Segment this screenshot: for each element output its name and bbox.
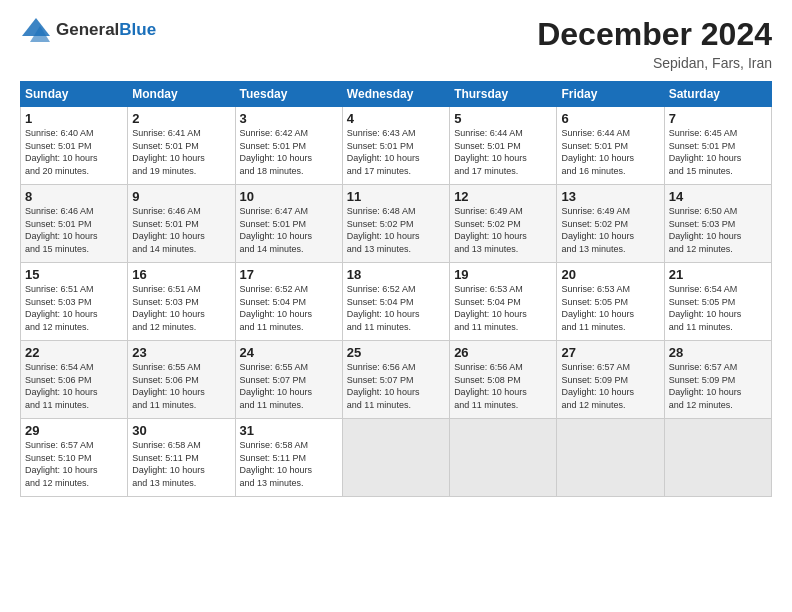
calendar-cell: 16Sunrise: 6:51 AM Sunset: 5:03 PM Dayli… [128,263,235,341]
logo-icon [20,16,52,44]
day-number: 27 [561,345,659,360]
day-info: Sunrise: 6:47 AM Sunset: 5:01 PM Dayligh… [240,205,338,255]
page: GeneralBlue December 2024 Sepidan, Fars,… [0,0,792,612]
day-header-tuesday: Tuesday [235,82,342,107]
day-info: Sunrise: 6:44 AM Sunset: 5:01 PM Dayligh… [561,127,659,177]
day-info: Sunrise: 6:54 AM Sunset: 5:05 PM Dayligh… [669,283,767,333]
calendar-cell: 21Sunrise: 6:54 AM Sunset: 5:05 PM Dayli… [664,263,771,341]
calendar-cell: 9Sunrise: 6:46 AM Sunset: 5:01 PM Daylig… [128,185,235,263]
day-number: 25 [347,345,445,360]
day-info: Sunrise: 6:58 AM Sunset: 5:11 PM Dayligh… [132,439,230,489]
day-number: 3 [240,111,338,126]
day-info: Sunrise: 6:46 AM Sunset: 5:01 PM Dayligh… [25,205,123,255]
day-info: Sunrise: 6:43 AM Sunset: 5:01 PM Dayligh… [347,127,445,177]
calendar-cell: 30Sunrise: 6:58 AM Sunset: 5:11 PM Dayli… [128,419,235,497]
day-header-friday: Friday [557,82,664,107]
day-info: Sunrise: 6:56 AM Sunset: 5:07 PM Dayligh… [347,361,445,411]
location: Sepidan, Fars, Iran [537,55,772,71]
calendar-week-5: 29Sunrise: 6:57 AM Sunset: 5:10 PM Dayli… [21,419,772,497]
calendar-table: SundayMondayTuesdayWednesdayThursdayFrid… [20,81,772,497]
calendar-week-4: 22Sunrise: 6:54 AM Sunset: 5:06 PM Dayli… [21,341,772,419]
calendar-cell: 1Sunrise: 6:40 AM Sunset: 5:01 PM Daylig… [21,107,128,185]
day-number: 16 [132,267,230,282]
day-number: 8 [25,189,123,204]
day-info: Sunrise: 6:49 AM Sunset: 5:02 PM Dayligh… [454,205,552,255]
day-number: 20 [561,267,659,282]
calendar-cell: 13Sunrise: 6:49 AM Sunset: 5:02 PM Dayli… [557,185,664,263]
day-number: 29 [25,423,123,438]
day-header-monday: Monday [128,82,235,107]
day-info: Sunrise: 6:42 AM Sunset: 5:01 PM Dayligh… [240,127,338,177]
calendar-cell: 28Sunrise: 6:57 AM Sunset: 5:09 PM Dayli… [664,341,771,419]
calendar-cell: 6Sunrise: 6:44 AM Sunset: 5:01 PM Daylig… [557,107,664,185]
day-number: 31 [240,423,338,438]
calendar-cell: 17Sunrise: 6:52 AM Sunset: 5:04 PM Dayli… [235,263,342,341]
header: GeneralBlue December 2024 Sepidan, Fars,… [20,16,772,71]
day-info: Sunrise: 6:54 AM Sunset: 5:06 PM Dayligh… [25,361,123,411]
day-number: 11 [347,189,445,204]
day-info: Sunrise: 6:58 AM Sunset: 5:11 PM Dayligh… [240,439,338,489]
day-info: Sunrise: 6:46 AM Sunset: 5:01 PM Dayligh… [132,205,230,255]
calendar-cell: 24Sunrise: 6:55 AM Sunset: 5:07 PM Dayli… [235,341,342,419]
day-number: 28 [669,345,767,360]
logo-general: General [56,20,119,39]
day-header-sunday: Sunday [21,82,128,107]
calendar-cell: 31Sunrise: 6:58 AM Sunset: 5:11 PM Dayli… [235,419,342,497]
calendar-cell [450,419,557,497]
calendar-cell: 8Sunrise: 6:46 AM Sunset: 5:01 PM Daylig… [21,185,128,263]
day-header-thursday: Thursday [450,82,557,107]
calendar-cell: 12Sunrise: 6:49 AM Sunset: 5:02 PM Dayli… [450,185,557,263]
day-number: 7 [669,111,767,126]
calendar-cell: 11Sunrise: 6:48 AM Sunset: 5:02 PM Dayli… [342,185,449,263]
calendar-cell [557,419,664,497]
day-info: Sunrise: 6:40 AM Sunset: 5:01 PM Dayligh… [25,127,123,177]
logo: GeneralBlue [20,16,156,44]
logo-blue-text: Blue [119,20,156,39]
day-info: Sunrise: 6:52 AM Sunset: 5:04 PM Dayligh… [240,283,338,333]
day-info: Sunrise: 6:57 AM Sunset: 5:09 PM Dayligh… [561,361,659,411]
day-info: Sunrise: 6:44 AM Sunset: 5:01 PM Dayligh… [454,127,552,177]
day-info: Sunrise: 6:49 AM Sunset: 5:02 PM Dayligh… [561,205,659,255]
day-number: 6 [561,111,659,126]
calendar-cell [664,419,771,497]
day-info: Sunrise: 6:57 AM Sunset: 5:09 PM Dayligh… [669,361,767,411]
day-info: Sunrise: 6:55 AM Sunset: 5:07 PM Dayligh… [240,361,338,411]
day-info: Sunrise: 6:57 AM Sunset: 5:10 PM Dayligh… [25,439,123,489]
day-info: Sunrise: 6:51 AM Sunset: 5:03 PM Dayligh… [25,283,123,333]
day-number: 12 [454,189,552,204]
calendar-cell: 15Sunrise: 6:51 AM Sunset: 5:03 PM Dayli… [21,263,128,341]
calendar-cell: 2Sunrise: 6:41 AM Sunset: 5:01 PM Daylig… [128,107,235,185]
day-header-wednesday: Wednesday [342,82,449,107]
calendar-cell: 18Sunrise: 6:52 AM Sunset: 5:04 PM Dayli… [342,263,449,341]
calendar-cell [342,419,449,497]
calendar-header-row: SundayMondayTuesdayWednesdayThursdayFrid… [21,82,772,107]
day-number: 22 [25,345,123,360]
day-number: 4 [347,111,445,126]
month-title: December 2024 [537,16,772,53]
calendar-cell: 4Sunrise: 6:43 AM Sunset: 5:01 PM Daylig… [342,107,449,185]
calendar-cell: 7Sunrise: 6:45 AM Sunset: 5:01 PM Daylig… [664,107,771,185]
day-number: 24 [240,345,338,360]
calendar-cell: 27Sunrise: 6:57 AM Sunset: 5:09 PM Dayli… [557,341,664,419]
day-info: Sunrise: 6:51 AM Sunset: 5:03 PM Dayligh… [132,283,230,333]
day-info: Sunrise: 6:52 AM Sunset: 5:04 PM Dayligh… [347,283,445,333]
day-info: Sunrise: 6:56 AM Sunset: 5:08 PM Dayligh… [454,361,552,411]
day-number: 21 [669,267,767,282]
day-number: 2 [132,111,230,126]
day-number: 17 [240,267,338,282]
day-number: 30 [132,423,230,438]
day-info: Sunrise: 6:53 AM Sunset: 5:05 PM Dayligh… [561,283,659,333]
day-info: Sunrise: 6:50 AM Sunset: 5:03 PM Dayligh… [669,205,767,255]
day-number: 26 [454,345,552,360]
day-number: 5 [454,111,552,126]
day-number: 1 [25,111,123,126]
calendar-cell: 5Sunrise: 6:44 AM Sunset: 5:01 PM Daylig… [450,107,557,185]
day-number: 19 [454,267,552,282]
title-block: December 2024 Sepidan, Fars, Iran [537,16,772,71]
calendar-cell: 19Sunrise: 6:53 AM Sunset: 5:04 PM Dayli… [450,263,557,341]
day-number: 14 [669,189,767,204]
day-number: 18 [347,267,445,282]
calendar-cell: 20Sunrise: 6:53 AM Sunset: 5:05 PM Dayli… [557,263,664,341]
calendar-cell: 25Sunrise: 6:56 AM Sunset: 5:07 PM Dayli… [342,341,449,419]
calendar-cell: 29Sunrise: 6:57 AM Sunset: 5:10 PM Dayli… [21,419,128,497]
